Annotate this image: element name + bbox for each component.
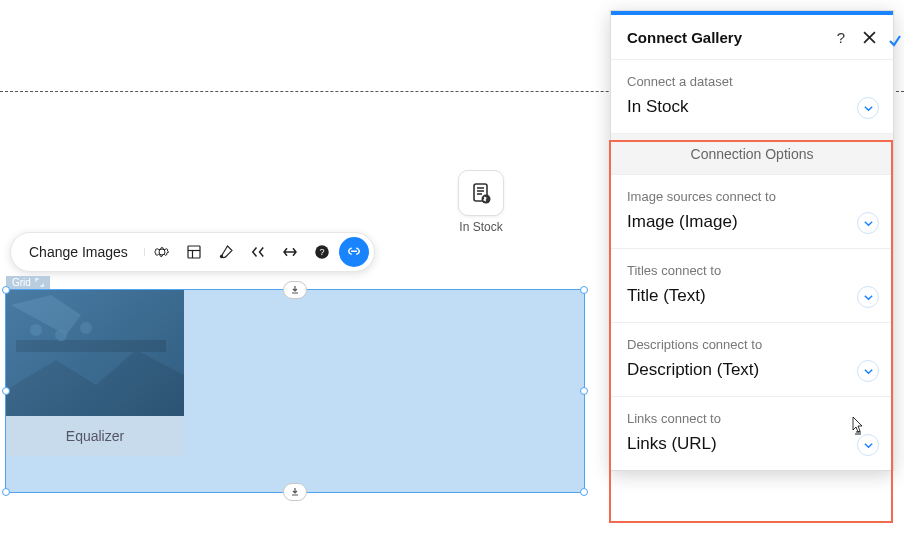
stretch-icon — [281, 243, 299, 261]
row-value: Description (Text) — [627, 360, 877, 380]
chevron-down-icon — [863, 292, 874, 303]
row-dropdown[interactable] — [857, 434, 879, 456]
chevron-down-icon — [863, 440, 874, 451]
row-label: Links connect to — [627, 411, 877, 426]
expand-icon — [35, 278, 44, 287]
dataset-widget[interactable] — [458, 170, 504, 216]
editor-canvas: In Stock Change Images ? Grid — [0, 0, 904, 534]
panel-title: Connect Gallery — [627, 29, 823, 46]
dataset-dropdown[interactable] — [857, 97, 879, 119]
download-icon — [290, 487, 300, 497]
stretch-button[interactable] — [275, 237, 305, 267]
resize-handle[interactable] — [580, 387, 588, 395]
grid-tag-label: Grid — [12, 277, 31, 288]
row-value: Links (URL) — [627, 434, 877, 454]
panel-help-button[interactable]: ? — [831, 27, 851, 47]
chevron-down-icon — [863, 103, 874, 114]
resize-handle[interactable] — [580, 286, 588, 294]
row-value: Title (Text) — [627, 286, 877, 306]
gallery-toolbar: Change Images ? — [10, 232, 375, 272]
row-value: Image (Image) — [627, 212, 877, 232]
gallery-selection[interactable]: Grid Equalizer — [5, 289, 585, 493]
resize-handle[interactable] — [580, 488, 588, 496]
svg-rect-5 — [188, 246, 200, 258]
image-sources-row[interactable]: Image sources connect to Image (Image) — [611, 175, 893, 249]
gallery-item-caption: Equalizer — [6, 416, 184, 456]
connect-data-button[interactable] — [339, 237, 369, 267]
change-images-button[interactable]: Change Images — [15, 244, 142, 260]
svg-point-8 — [220, 255, 223, 258]
design-button[interactable] — [211, 237, 241, 267]
grid-tag: Grid — [6, 276, 50, 289]
cursor-icon — [850, 416, 866, 436]
animation-button[interactable] — [243, 237, 273, 267]
brush-icon — [217, 243, 235, 261]
row-label: Titles connect to — [627, 263, 877, 278]
layout-icon — [185, 243, 203, 261]
gallery-item[interactable]: Equalizer — [6, 290, 184, 456]
descriptions-row[interactable]: Descriptions connect to Description (Tex… — [611, 323, 893, 397]
question-circle-icon: ? — [313, 243, 331, 261]
resize-handle[interactable] — [2, 387, 10, 395]
dataset-label: Connect a dataset — [627, 74, 877, 89]
connect-gallery-panel: Connect Gallery ? Connect a dataset In S… — [610, 10, 894, 471]
dataset-value: In Stock — [627, 97, 877, 117]
chevron-down-icon — [863, 218, 874, 229]
row-label: Descriptions connect to — [627, 337, 877, 352]
close-icon — [863, 31, 876, 44]
download-icon — [290, 285, 300, 295]
row-dropdown[interactable] — [857, 212, 879, 234]
layout-button[interactable] — [179, 237, 209, 267]
svg-text:?: ? — [319, 247, 324, 257]
chevrons-icon — [249, 243, 267, 261]
download-bottom-button[interactable] — [283, 483, 307, 501]
settings-button[interactable] — [147, 237, 177, 267]
panel-header: Connect Gallery ? — [611, 15, 893, 60]
resize-handle[interactable] — [2, 286, 10, 294]
dataset-widget-caption: In Stock — [438, 220, 524, 234]
help-button[interactable]: ? — [307, 237, 337, 267]
checkmark-icon — [888, 34, 902, 48]
gallery-item-image — [6, 290, 184, 416]
connection-options-heading: Connection Options — [611, 134, 893, 175]
link-chain-icon — [345, 243, 363, 261]
row-dropdown[interactable] — [857, 286, 879, 308]
chevron-down-icon — [863, 366, 874, 377]
dataset-row[interactable]: Connect a dataset In Stock — [611, 60, 893, 134]
download-top-button[interactable] — [283, 281, 307, 299]
titles-row[interactable]: Titles connect to Title (Text) — [611, 249, 893, 323]
dataset-icon — [469, 181, 493, 205]
row-label: Image sources connect to — [627, 189, 877, 204]
question-icon: ? — [837, 29, 845, 46]
panel-close-button[interactable] — [859, 27, 879, 47]
resize-handle[interactable] — [2, 488, 10, 496]
row-dropdown[interactable] — [857, 360, 879, 382]
gear-icon — [153, 243, 171, 261]
